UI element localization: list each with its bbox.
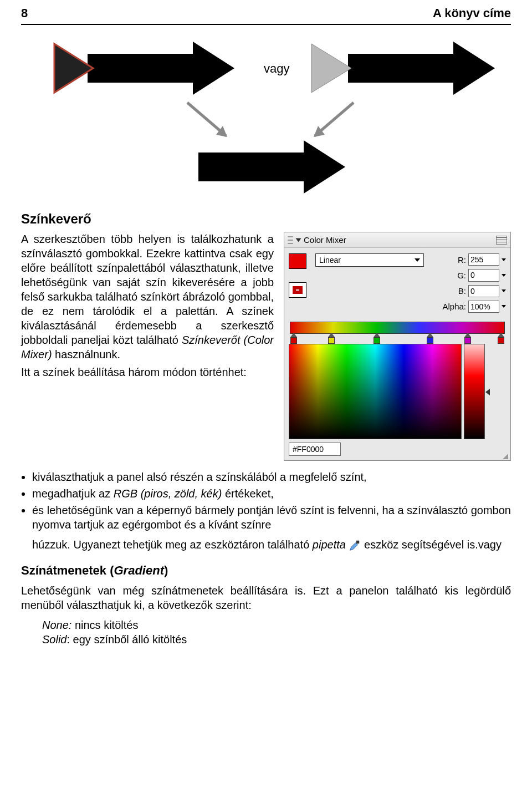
gradient-stop[interactable]: [290, 333, 298, 344]
methods-list: kiválaszthatjuk a panel alsó részén a sz…: [32, 470, 511, 552]
alpha-input[interactable]: 100%: [468, 301, 499, 313]
gradient-stop[interactable]: [373, 333, 381, 344]
slider-thumb-icon[interactable]: [485, 389, 490, 395]
panel-menu-icon[interactable]: [496, 236, 507, 245]
arrow-diagram: vagy: [21, 31, 509, 202]
alpha-label: Alpha:: [438, 301, 466, 312]
list-item: kiválaszthatjuk a panel alsó részén a sz…: [32, 470, 511, 484]
section-heading-mixer: Színkeverő: [21, 210, 511, 227]
page-number: 8: [21, 6, 28, 22]
g-label: G:: [438, 270, 466, 281]
mixer-paragraph: A szerkesztőben több helyen is találkozh…: [21, 232, 274, 461]
resize-grip-icon[interactable]: [503, 454, 508, 459]
gradient-type-dropdown[interactable]: Linear: [315, 253, 424, 267]
panel-titlebar[interactable]: Color Mixer: [284, 232, 510, 248]
fill-color-swatch[interactable]: [289, 253, 306, 269]
list-item: megadhatjuk az RGB (piros, zöld, kék) ér…: [32, 486, 511, 501]
chevron-down-icon[interactable]: [502, 289, 506, 292]
svg-marker-2: [54, 44, 93, 93]
gradient-definitions: None: nincs kitöltés Solid: egy színből …: [42, 618, 511, 647]
chevron-down-icon[interactable]: [502, 258, 506, 261]
collapse-triangle-icon[interactable]: [296, 238, 301, 242]
gradient-stop[interactable]: [426, 333, 434, 344]
page-header: 8 A könyv címe: [21, 6, 511, 25]
svg-marker-5: [311, 44, 351, 93]
section-heading-gradient: Színátmenetek (Gradient): [21, 563, 511, 579]
gradient-stop[interactable]: [464, 333, 472, 344]
r-input[interactable]: 255: [468, 253, 499, 266]
page-title: A könyv címe: [433, 6, 511, 22]
value-slider[interactable]: [464, 344, 485, 439]
svg-marker-1: [193, 42, 234, 95]
svg-marker-4: [453, 42, 495, 95]
chevron-down-icon: [415, 258, 420, 262]
gradient-ramp[interactable]: [290, 322, 505, 343]
gradient-paragraph: Lehetőségünk van még színátmenetek beáll…: [21, 583, 511, 612]
chevron-down-icon[interactable]: [502, 274, 506, 277]
eyedropper-icon: [349, 540, 361, 552]
panel-grip-icon: [288, 236, 293, 244]
diagram-label: vagy: [264, 62, 289, 75]
svg-rect-12: [356, 541, 360, 544]
b-input[interactable]: 0: [468, 285, 499, 297]
color-mixer-panel: Color Mixer Linear R:255 G:0: [284, 232, 511, 461]
hex-input[interactable]: #FF0000: [289, 443, 341, 456]
color-spectrum[interactable]: [289, 344, 462, 439]
panel-title: Color Mixer: [304, 235, 346, 246]
gradient-stop[interactable]: [497, 333, 505, 344]
list-item: és lehetőségünk van a képernyő bármely p…: [32, 503, 511, 552]
stroke-color-swatch[interactable]: [289, 282, 306, 298]
svg-rect-10: [198, 153, 304, 181]
svg-rect-3: [348, 54, 453, 83]
g-input[interactable]: 0: [468, 269, 499, 281]
svg-marker-11: [304, 140, 345, 194]
chevron-down-icon[interactable]: [502, 305, 506, 308]
svg-rect-0: [88, 54, 193, 83]
gradient-stop[interactable]: [328, 333, 335, 344]
b-label: B:: [438, 286, 466, 297]
r-label: R:: [438, 255, 466, 266]
